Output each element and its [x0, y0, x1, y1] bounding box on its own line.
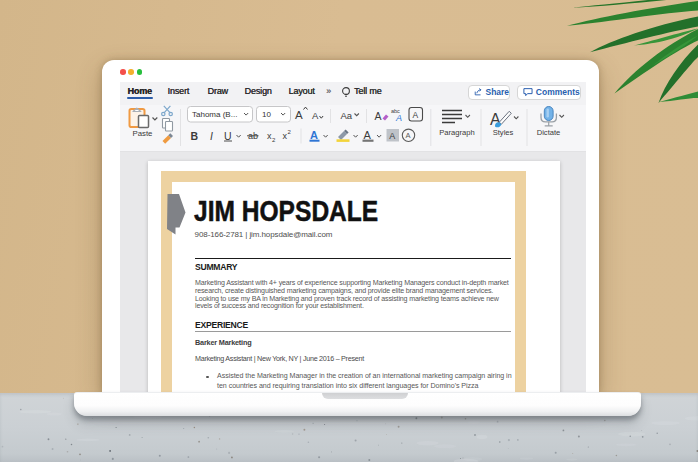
svg-text:Aa: Aa [341, 110, 353, 121]
svg-text:A: A [395, 113, 402, 123]
svg-text:A: A [295, 109, 303, 121]
svg-text:Paste: Paste [133, 129, 153, 138]
svg-text:I: I [210, 130, 213, 142]
svg-text:U: U [224, 130, 232, 142]
svg-text:Dictate: Dictate [537, 128, 561, 137]
svg-text:A: A [389, 131, 395, 141]
svg-text:A: A [364, 129, 372, 141]
svg-text:Styles: Styles [493, 128, 514, 137]
svg-text:B: B [191, 130, 199, 142]
svg-text:A: A [406, 131, 411, 140]
svg-text:Paragraph: Paragraph [439, 128, 474, 137]
svg-text:Tahoma (B...: Tahoma (B... [192, 110, 237, 119]
svg-text:2: 2 [288, 129, 292, 135]
svg-text:A: A [312, 110, 319, 121]
svg-text:10: 10 [262, 110, 271, 119]
svg-text:A: A [413, 110, 419, 120]
svg-text:A: A [310, 129, 318, 141]
svg-text:A: A [375, 110, 382, 122]
svg-text:2: 2 [272, 137, 276, 143]
